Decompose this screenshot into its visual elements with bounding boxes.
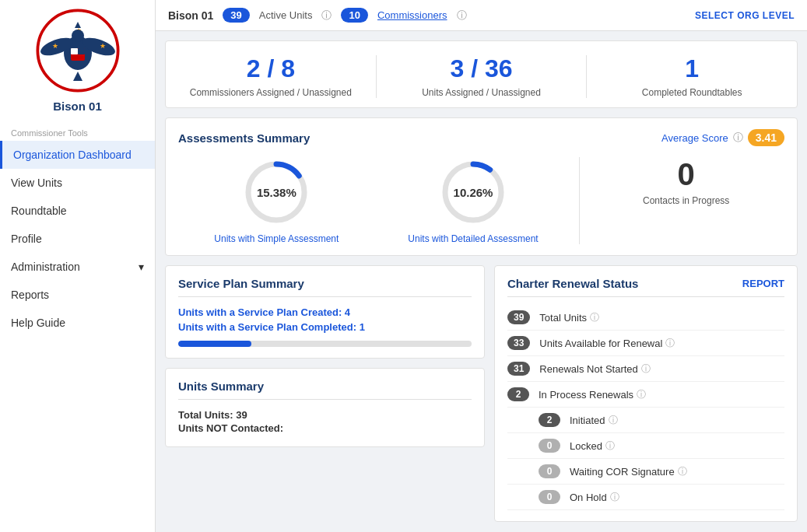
- topbar-org-name: Bison 01: [168, 9, 213, 22]
- assessments-title: Assessments Summary: [178, 131, 310, 145]
- charter-row-badge: 0: [539, 439, 560, 453]
- chevron-down-icon: ▾: [139, 261, 144, 273]
- svg-rect-6: [78, 48, 85, 54]
- sidebar-section-label: Commissioner Tools: [0, 124, 155, 141]
- detailed-label: Units with Detailed Assessment: [408, 233, 538, 244]
- detailed-assessment-section: 10.26% Units with Detailed Assessment: [375, 157, 572, 244]
- info-icon[interactable]: ⓘ: [610, 491, 619, 504]
- info-icon[interactable]: ⓘ: [590, 311, 599, 324]
- sidebar: ★ ★ ★ Bison 01 Commissioner Tools Organi…: [0, 0, 156, 532]
- service-created-line: Units with a Service Plan Created: 4: [178, 306, 472, 318]
- service-created-value: 4: [345, 306, 350, 318]
- charter-row: 0Waiting COR Signature ⓘ: [507, 459, 784, 485]
- charter-row-badge: 33: [507, 336, 530, 350]
- sidebar-item-roundtable[interactable]: Roundtable: [0, 197, 155, 225]
- service-progress-bar-wrap: [178, 341, 472, 347]
- sidebar-item-profile-label: Profile: [11, 233, 42, 245]
- charter-row: 39Total Units ⓘ: [507, 305, 784, 331]
- sidebar-item-org-dashboard-label: Organization Dashboard: [13, 149, 132, 161]
- charter-row-label: Total Units: [539, 312, 587, 324]
- charter-row: 0Locked ⓘ: [507, 433, 784, 459]
- sidebar-item-help-guide-label: Help Guide: [11, 317, 65, 329]
- stats-card: 2 / 8 Commissioners Assigned / Unassigne…: [165, 40, 798, 108]
- info-icon[interactable]: ⓘ: [641, 362, 651, 376]
- service-completed-line: Units with a Service Plan Completed: 1: [178, 321, 472, 333]
- charter-row-label: In Process Renewals: [539, 389, 633, 401]
- stat-roundtables: 1 Completed Roundtables: [587, 55, 797, 98]
- charter-row: 0On Hold ⓘ: [507, 485, 784, 510]
- sidebar-item-reports[interactable]: Reports: [0, 281, 155, 309]
- service-completed-value: 1: [360, 321, 365, 333]
- simple-label: Units with Simple Assessment: [214, 233, 339, 244]
- charter-title: Charter Renewal Status: [507, 277, 638, 290]
- info-icon[interactable]: ⓘ: [637, 388, 646, 401]
- detailed-donut-text: 10.26%: [454, 186, 493, 199]
- units-total-label: Total Units:: [178, 409, 233, 421]
- sidebar-item-view-units[interactable]: View Units: [0, 169, 155, 197]
- sidebar-item-reports-label: Reports: [11, 289, 49, 301]
- active-units-info-icon[interactable]: ⓘ: [321, 9, 332, 23]
- charter-header: Charter Renewal Status REPORT: [507, 277, 784, 297]
- stat-roundtables-value: 1: [602, 55, 781, 82]
- units-not-contacted-line: Units NOT Contacted:: [178, 422, 472, 434]
- simple-donut: 15.38%: [241, 157, 311, 227]
- simple-donut-text: 15.38%: [257, 186, 296, 199]
- detailed-donut: 10.26%: [438, 157, 508, 227]
- sidebar-item-administration[interactable]: Administration ▾: [0, 253, 155, 281]
- charter-row-badge: 0: [539, 464, 560, 478]
- stat-commissioners-label: Commissioners Assigned / Unassigned: [181, 87, 360, 98]
- sidebar-item-help-guide[interactable]: Help Guide: [0, 309, 155, 337]
- info-icon[interactable]: ⓘ: [609, 414, 618, 427]
- charter-row-label: Units Available for Renewal: [539, 338, 662, 349]
- assessments-body: 15.38% Units with Simple Assessment 10.2…: [178, 157, 784, 244]
- avg-score-label: Average Score: [661, 132, 728, 144]
- svg-text:★: ★: [52, 42, 58, 50]
- bottom-row: Service Plan Summary Units with a Servic…: [165, 265, 798, 522]
- avg-score-info-icon[interactable]: ⓘ: [733, 131, 743, 145]
- info-icon[interactable]: ⓘ: [678, 465, 687, 478]
- stat-commissioners-value: 2 / 8: [181, 55, 360, 82]
- charter-row: 33Units Available for Renewal ⓘ: [507, 331, 784, 356]
- units-summary-title: Units Summary: [178, 380, 472, 400]
- svg-text:★: ★: [100, 42, 106, 50]
- sidebar-item-org-dashboard[interactable]: Organization Dashboard: [0, 141, 155, 169]
- org-logo: ★ ★ ★: [35, 8, 121, 93]
- sidebar-nav: Organization Dashboard View Units Roundt…: [0, 141, 155, 337]
- units-not-contacted-label: Units NOT Contacted:: [178, 422, 283, 434]
- charter-row-badge: 31: [507, 362, 530, 376]
- main-content: Bison 01 39 Active Units ⓘ 10 Commission…: [156, 0, 807, 532]
- stat-units: 3 / 36 Units Assigned / Unassigned: [377, 55, 588, 98]
- charter-row-badge: 2: [507, 387, 529, 401]
- charter-row: 31Renewals Not Started ⓘ: [507, 356, 784, 382]
- dashboard-content: 2 / 8 Commissioners Assigned / Unassigne…: [156, 31, 807, 532]
- charter-row-label: Locked: [570, 440, 602, 452]
- commissioners-info-icon[interactable]: ⓘ: [457, 9, 467, 23]
- commissioners-badge: 10: [341, 8, 367, 23]
- charter-row-label: On Hold: [570, 492, 607, 503]
- stat-commissioners: 2 / 8 Commissioners Assigned / Unassigne…: [166, 55, 377, 98]
- charter-row: 2Initiated ⓘ: [507, 408, 784, 433]
- units-total-value: 39: [236, 409, 247, 421]
- info-icon[interactable]: ⓘ: [605, 439, 615, 453]
- contacts-number: 0: [678, 157, 695, 192]
- service-completed-label: Units with a Service Plan Completed:: [178, 321, 360, 333]
- charter-report-link[interactable]: REPORT: [742, 278, 784, 289]
- avg-score-badge: 3.41: [748, 129, 784, 146]
- sidebar-item-profile[interactable]: Profile: [0, 225, 155, 253]
- active-units-badge: 39: [223, 8, 249, 23]
- units-total-line: Total Units: 39: [178, 409, 472, 421]
- stat-units-value: 3 / 36: [392, 55, 571, 82]
- info-icon[interactable]: ⓘ: [665, 337, 675, 350]
- charter-col: Charter Renewal Status REPORT 39Total Un…: [494, 265, 798, 522]
- select-org-level-button[interactable]: SELECT ORG LEVEL: [695, 10, 795, 21]
- svg-marker-12: [73, 72, 82, 81]
- service-plan-title: Service Plan Summary: [178, 277, 472, 297]
- sidebar-item-view-units-label: View Units: [11, 177, 62, 189]
- units-summary-card: Units Summary Total Units: 39 Units NOT …: [165, 368, 485, 447]
- avg-score-area: Average Score ⓘ 3.41: [661, 129, 784, 146]
- commissioners-link[interactable]: Commissioners: [377, 9, 447, 21]
- charter-row-badge: 0: [539, 490, 560, 504]
- svg-marker-11: [75, 22, 81, 28]
- topbar: Bison 01 39 Active Units ⓘ 10 Commission…: [156, 0, 807, 31]
- charter-row-badge: 2: [539, 413, 560, 427]
